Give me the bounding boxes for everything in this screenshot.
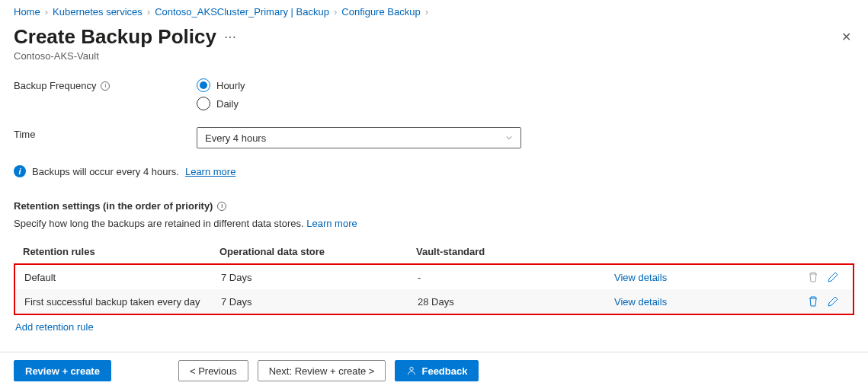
view-details-link[interactable]: View details (614, 272, 807, 283)
info-banner-text: Backups will occur every 4 hours. (32, 166, 179, 177)
edit-icon[interactable] (827, 295, 839, 308)
delete-icon (807, 271, 819, 283)
radio-icon (197, 97, 210, 110)
chevron-down-icon (505, 134, 513, 142)
delete-icon[interactable] (807, 295, 819, 308)
vault-name-subtitle: Contoso-AKS-Vault (0, 49, 868, 75)
backup-frequency-label: Backup Frequency (14, 80, 96, 91)
chevron-right-icon: › (425, 6, 428, 18)
view-details-link[interactable]: View details (614, 296, 807, 308)
retention-rules-highlight: Default 7 Days - View details First succ… (14, 263, 854, 315)
retention-section-title: Retention settings (in the order of prio… (14, 200, 213, 212)
retention-table-header: Retention rules Operational data store V… (14, 240, 854, 263)
breadcrumb-kubernetes-services[interactable]: Kubernetes services (53, 6, 143, 18)
page-title: Create Backup Policy (14, 25, 216, 49)
radio-daily-label: Daily (216, 98, 239, 110)
next-button[interactable]: Next: Review + create > (258, 360, 386, 381)
col-operational-data-store: Operational data store (219, 246, 416, 257)
previous-button[interactable]: < Previous (178, 360, 248, 381)
chevron-right-icon: › (45, 6, 48, 18)
breadcrumb-cluster-backup[interactable]: Contoso_AKSCluster_Primary | Backup (155, 6, 329, 18)
breadcrumb-home[interactable]: Home (14, 6, 40, 18)
review-create-button[interactable]: Review + create (14, 360, 111, 381)
feedback-button[interactable]: Feedback (395, 360, 479, 381)
retention-learn-more-link[interactable]: Learn more (306, 218, 357, 229)
radio-hourly[interactable]: Hourly (197, 78, 245, 92)
feedback-label: Feedback (421, 365, 467, 377)
breadcrumb-configure-backup[interactable]: Configure Backup (341, 6, 420, 18)
info-icon[interactable]: i (101, 81, 110, 91)
more-actions-button[interactable]: ⋯ (224, 30, 236, 44)
retention-row: First successful backup taken every day … (15, 289, 853, 314)
col-vault-standard: Vault-standard (416, 246, 613, 257)
breadcrumb: Home › Kubernetes services › Contoso_AKS… (0, 0, 868, 21)
info-icon[interactable]: i (217, 202, 226, 211)
time-select-value: Every 4 hours (205, 132, 266, 144)
radio-hourly-label: Hourly (216, 80, 245, 91)
rule-name: First successful backup taken every day (24, 296, 221, 308)
retention-row: Default 7 Days - View details (15, 265, 853, 289)
close-button[interactable]: ✕ (838, 27, 854, 47)
rule-vault: 28 Days (418, 296, 614, 308)
rule-name: Default (24, 272, 221, 283)
retention-section-desc: Specify how long the backups are retaine… (14, 218, 304, 229)
rule-ods: 7 Days (221, 272, 418, 283)
chevron-right-icon: › (147, 6, 150, 18)
info-icon: i (14, 165, 26, 177)
rule-vault: - (418, 272, 614, 283)
rule-ods: 7 Days (221, 296, 418, 308)
chevron-right-icon: › (334, 6, 337, 18)
add-retention-rule-link[interactable]: Add retention rule (0, 315, 868, 339)
time-label: Time (14, 129, 35, 140)
backup-frequency-radio-group: Hourly Daily (197, 78, 245, 110)
radio-daily[interactable]: Daily (197, 97, 245, 110)
edit-icon[interactable] (827, 271, 839, 283)
radio-icon (197, 78, 210, 92)
footer: Review + create < Previous Next: Review … (0, 352, 868, 389)
svg-point-0 (410, 367, 413, 370)
col-retention-rules: Retention rules (23, 246, 219, 257)
info-learn-more-link[interactable]: Learn more (185, 166, 235, 177)
feedback-icon (406, 365, 417, 376)
time-select[interactable]: Every 4 hours (197, 127, 521, 148)
